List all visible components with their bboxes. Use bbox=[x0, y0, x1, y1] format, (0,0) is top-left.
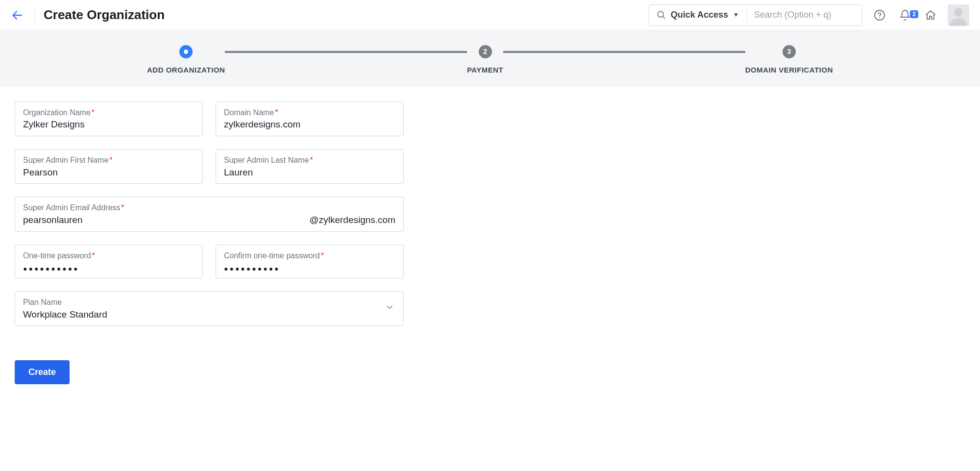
quick-access-dropdown[interactable]: Quick Access ▼ bbox=[649, 9, 746, 21]
email-local-value: pearsonlauren bbox=[23, 214, 82, 226]
svg-point-4 bbox=[879, 17, 880, 18]
step-dot-1 bbox=[179, 45, 193, 58]
step-dot-3: 3 bbox=[783, 45, 796, 58]
step-dot-2: 2 bbox=[479, 45, 492, 58]
step-line bbox=[503, 51, 745, 53]
first-name-label: Super Admin First Name bbox=[23, 156, 108, 164]
last-name-value: Lauren bbox=[224, 167, 395, 179]
search-separator bbox=[747, 9, 747, 22]
org-name-value: Zylker Designs bbox=[23, 119, 195, 131]
email-label: Super Admin Email Address bbox=[23, 203, 120, 212]
step-payment: 2 PAYMENT bbox=[467, 45, 503, 75]
notifications-button[interactable]: 2 bbox=[897, 7, 913, 24]
search-icon bbox=[656, 10, 666, 20]
required-mark: * bbox=[92, 251, 95, 260]
step-line bbox=[225, 51, 467, 53]
help-button[interactable] bbox=[871, 7, 888, 24]
avatar-placeholder-icon bbox=[948, 5, 969, 26]
confirm-otp-value: ●●●●●●●●●● bbox=[224, 264, 395, 273]
step-add-organization: ADD ORGANIZATION bbox=[147, 45, 225, 75]
form-area: Organization Name* Zylker Designs Domain… bbox=[0, 87, 980, 409]
required-mark: * bbox=[275, 108, 278, 117]
notification-badge: 2 bbox=[910, 10, 918, 18]
search-bar: Quick Access ▼ bbox=[649, 4, 862, 26]
step-label-1: ADD ORGANIZATION bbox=[147, 65, 225, 75]
org-name-label: Organization Name bbox=[23, 108, 91, 117]
svg-point-5 bbox=[954, 8, 963, 17]
header-separator bbox=[34, 8, 35, 23]
step-label-3: DOMAIN VERIFICATION bbox=[745, 65, 833, 75]
svg-line-2 bbox=[662, 17, 664, 19]
plan-value: Workplace Standard bbox=[23, 309, 395, 321]
domain-name-field[interactable]: Domain Name* zylkerdesigns.com bbox=[216, 101, 404, 136]
confirm-otp-field[interactable]: Confirm one-time password* ●●●●●●●●●● bbox=[216, 245, 404, 278]
avatar[interactable] bbox=[948, 4, 969, 26]
search-input[interactable] bbox=[749, 10, 862, 20]
back-arrow-icon bbox=[11, 9, 24, 22]
email-domain-suffix: @zylkerdesigns.com bbox=[309, 214, 395, 226]
required-mark: * bbox=[92, 108, 95, 117]
required-mark: * bbox=[109, 156, 112, 164]
bell-icon bbox=[899, 9, 911, 21]
quick-access-label: Quick Access bbox=[671, 9, 728, 21]
help-icon bbox=[874, 9, 885, 21]
plan-name-select[interactable]: Plan Name Workplace Standard bbox=[15, 291, 404, 326]
progress-stepper: ADD ORGANIZATION 2 PAYMENT 3 DOMAIN VERI… bbox=[0, 30, 980, 87]
plan-label: Plan Name bbox=[23, 297, 395, 308]
chevron-down-icon bbox=[385, 302, 394, 315]
page-title: Create Organization bbox=[44, 7, 165, 24]
required-mark: * bbox=[310, 156, 313, 164]
email-field[interactable]: Super Admin Email Address* pearsonlauren… bbox=[15, 197, 404, 231]
home-button[interactable] bbox=[922, 7, 939, 24]
otp-label: One-time password bbox=[23, 251, 91, 260]
caret-down-icon: ▼ bbox=[733, 11, 739, 19]
required-mark: * bbox=[121, 203, 124, 212]
otp-field[interactable]: One-time password* ●●●●●●●●●● bbox=[15, 245, 203, 278]
required-mark: * bbox=[321, 251, 324, 260]
last-name-field[interactable]: Super Admin Last Name* Lauren bbox=[216, 149, 404, 184]
otp-value: ●●●●●●●●●● bbox=[23, 264, 195, 273]
domain-name-value: zylkerdesigns.com bbox=[224, 119, 395, 131]
confirm-otp-label: Confirm one-time password bbox=[224, 251, 320, 260]
first-name-field[interactable]: Super Admin First Name* Pearson bbox=[15, 149, 203, 184]
step-label-2: PAYMENT bbox=[467, 65, 503, 75]
back-button[interactable] bbox=[9, 7, 25, 24]
step-domain-verification: 3 DOMAIN VERIFICATION bbox=[745, 45, 833, 75]
org-name-field[interactable]: Organization Name* Zylker Designs bbox=[15, 101, 203, 136]
domain-name-label: Domain Name bbox=[224, 108, 274, 117]
home-icon bbox=[925, 9, 936, 21]
create-button[interactable]: Create bbox=[15, 360, 70, 384]
last-name-label: Super Admin Last Name bbox=[224, 156, 309, 164]
first-name-value: Pearson bbox=[23, 167, 195, 179]
topbar: Create Organization Quick Access ▼ 2 bbox=[0, 0, 980, 30]
